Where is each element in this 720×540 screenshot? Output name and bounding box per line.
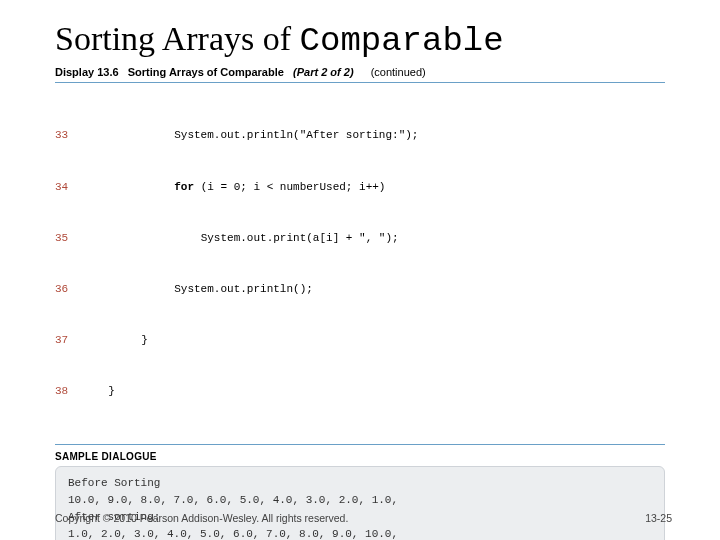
code-line: 37 } — [55, 332, 665, 349]
code-text: for (i = 0; i < numberUsed; i++) — [95, 179, 385, 196]
display-number: Display 13.6 — [55, 66, 119, 78]
code-text: System.out.println("After sorting:"); — [95, 127, 418, 144]
code-text: System.out.print(a[i] + ", "); — [95, 230, 399, 247]
sample-line: 1.0, 2.0, 3.0, 4.0, 5.0, 6.0, 7.0, 8.0, … — [68, 528, 398, 540]
code-line: 36 System.out.println(); — [55, 281, 665, 298]
display-continued: (continued) — [371, 66, 426, 78]
footer: Copyright © 2010 Pearson Addison-Wesley.… — [55, 512, 672, 524]
title-plain: Sorting Arrays of — [55, 20, 300, 57]
sample-line: 10.0, 9.0, 8.0, 7.0, 6.0, 5.0, 4.0, 3.0,… — [68, 494, 398, 506]
code-line: 34 for (i = 0; i < numberUsed; i++) — [55, 179, 665, 196]
page-title: Sorting Arrays of Comparable — [55, 20, 665, 60]
sample-dialogue-label: Sample Dialogue — [55, 451, 665, 462]
code-listing: 33 System.out.println("After sorting:");… — [55, 91, 665, 445]
page-number: 13-25 — [645, 512, 672, 524]
copyright-text: Copyright © 2010 Pearson Addison-Wesley.… — [55, 512, 348, 524]
code-text: } — [95, 383, 115, 400]
code-line: 35 System.out.print(a[i] + ", "); — [55, 230, 665, 247]
title-mono: Comparable — [300, 22, 504, 60]
display-title: Sorting Arrays of Comparable — [128, 66, 284, 78]
code-line: 38 } — [55, 383, 665, 400]
display-header: Display 13.6 Sorting Arrays of Comparabl… — [55, 66, 665, 83]
code-text: System.out.println(); — [95, 281, 313, 298]
sample-line: Before Sorting — [68, 477, 160, 489]
line-number: 36 — [55, 281, 95, 298]
line-number: 33 — [55, 127, 95, 144]
display-part: (Part 2 of 2) — [293, 66, 354, 78]
line-number: 35 — [55, 230, 95, 247]
line-number: 38 — [55, 383, 95, 400]
code-text: } — [95, 332, 148, 349]
code-line: 33 System.out.println("After sorting:"); — [55, 127, 665, 144]
slide: Sorting Arrays of Comparable Display 13.… — [0, 0, 720, 540]
line-number: 34 — [55, 179, 95, 196]
line-number: 37 — [55, 332, 95, 349]
sample-dialogue-box: Before Sorting 10.0, 9.0, 8.0, 7.0, 6.0,… — [55, 466, 665, 540]
